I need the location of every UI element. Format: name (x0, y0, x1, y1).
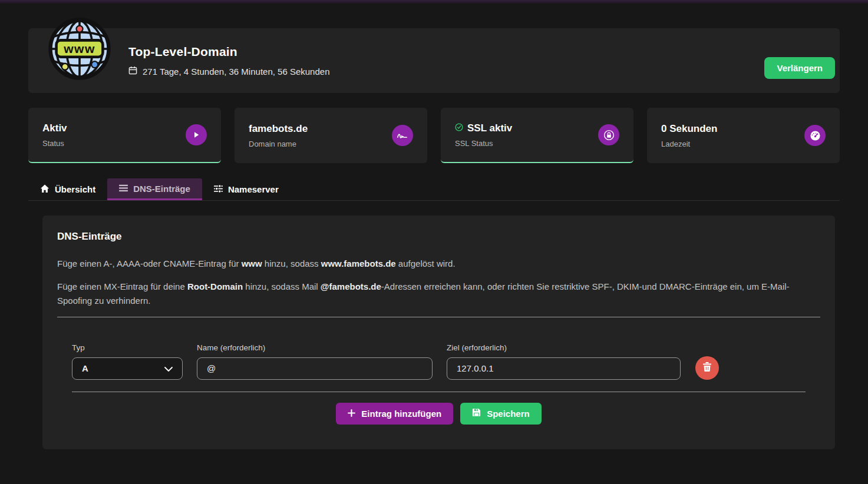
stat-card-domain: famebots.de Domain name (235, 108, 427, 163)
www-globe-logo: www (47, 16, 112, 81)
type-label: Typ (72, 343, 183, 352)
dns-records-panel: DNS-Einträge Füge einen A-, AAAA-oder CN… (42, 216, 835, 449)
stat-card-loadtime: 0 Sekunden Ladezeit (647, 108, 840, 163)
loadtime-label: Ladezeit (661, 140, 717, 148)
dns-intro-paragraph-2: Füge einen MX-Eintrag für deine Root-Dom… (57, 280, 820, 307)
dns-record-form: Typ A Name (erforderlich) (72, 343, 806, 392)
stat-card-loadtime-text: 0 Sekunden Ladezeit (661, 123, 717, 148)
dns-record-row: Typ A Name (erforderlich) (72, 343, 806, 380)
domain-label: Domain name (249, 140, 308, 148)
plus-icon (348, 409, 355, 419)
add-record-button[interactable]: Eintrag hinzufügen (336, 403, 453, 425)
stat-cards-row: Aktiv Status famebots.de Domain name (28, 108, 840, 163)
target-field-group: Ziel (erforderlich) (447, 343, 681, 380)
stat-card-status-text: Aktiv Status (42, 122, 67, 148)
logo-www-text: www (63, 42, 95, 55)
tab-bar: Übersicht DNS-Einträge (28, 178, 840, 201)
expiry-countdown: 271 Tage, 4 Stunden, 36 Minuten, 56 Seku… (128, 66, 329, 77)
lock-icon (598, 124, 619, 145)
stat-card-ssl: SSL aktiv SSL Status (441, 108, 633, 163)
ssl-value-row: SSL aktiv (455, 122, 512, 134)
save-button[interactable]: Speichern (460, 403, 542, 425)
ssl-label: SSL Status (455, 139, 512, 148)
tab-label: DNS-Einträge (133, 184, 190, 194)
panel-divider-bottom (72, 392, 806, 392)
record-type-select[interactable]: A (72, 357, 183, 380)
renew-button[interactable]: Verlängern (764, 57, 835, 79)
calendar-icon (128, 66, 137, 77)
check-circle-icon (455, 122, 463, 134)
tab-dns-eintraege[interactable]: DNS-Einträge (107, 178, 202, 200)
tab-label: Übersicht (55, 184, 95, 194)
tab-nameserver[interactable]: Nameserver (202, 178, 291, 200)
add-record-label: Eintrag hinzufügen (361, 409, 441, 419)
ssl-value: SSL aktiv (467, 122, 512, 134)
loadtime-value: 0 Sekunden (661, 123, 717, 135)
list-icon (119, 184, 128, 194)
play-icon (186, 124, 207, 145)
name-label: Name (erforderlich) (197, 343, 433, 352)
status-value: Aktiv (42, 122, 67, 134)
stat-card-ssl-text: SSL aktiv SSL Status (455, 122, 512, 148)
delete-record-button[interactable] (695, 356, 719, 380)
page-title: Top-Level-Domain (128, 45, 329, 59)
trash-icon (703, 362, 711, 373)
panel-divider-top (57, 317, 820, 317)
speedometer-icon (804, 125, 826, 146)
home-icon (40, 184, 49, 195)
expiry-text: 271 Tage, 4 Stunden, 36 Minuten, 56 Seku… (143, 67, 329, 77)
record-target-input[interactable] (447, 357, 681, 380)
save-floppy-icon (472, 408, 481, 419)
stat-card-domain-text: famebots.de Domain name (249, 123, 308, 148)
chevron-down-icon (164, 363, 173, 373)
record-name-input[interactable] (197, 357, 433, 380)
header-text: Top-Level-Domain 271 Tage, 4 Stunden, 36… (128, 45, 329, 77)
domain-header-card: www Top-Level-Domain 271 Tage, 4 Stunden… (28, 28, 840, 93)
panel-title: DNS-Einträge (57, 231, 820, 243)
tab-label: Nameserver (228, 184, 279, 194)
type-field-group: Typ A (72, 343, 183, 380)
name-field-group: Name (erforderlich) (197, 343, 433, 380)
record-type-value: A (82, 363, 88, 373)
dns-intro-paragraph-1: Füge einen A-, AAAA-oder CNAME-Eintrag f… (57, 257, 820, 270)
target-label: Ziel (erforderlich) (447, 343, 681, 352)
top-accent-strip (0, 0, 868, 4)
tab-uebersicht[interactable]: Übersicht (28, 178, 107, 200)
save-label: Speichern (487, 409, 530, 419)
stat-card-status: Aktiv Status (28, 108, 221, 163)
panel-actions: Eintrag hinzufügen Speichern (57, 403, 820, 425)
sliders-icon (214, 184, 223, 194)
domain-value: famebots.de (249, 123, 308, 135)
signature-icon (392, 125, 413, 146)
status-label: Status (42, 139, 67, 148)
page-container: www Top-Level-Domain 271 Tage, 4 Stunden… (0, 28, 868, 449)
